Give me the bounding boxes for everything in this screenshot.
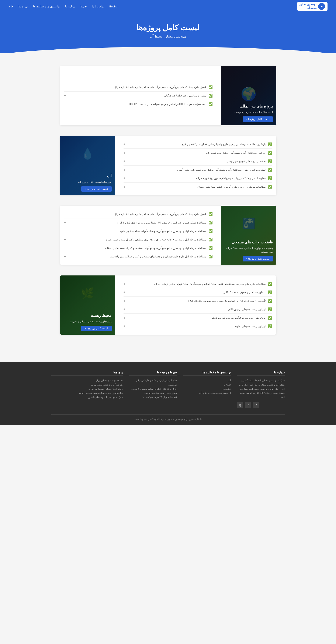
check-icon: ✅	[268, 316, 272, 320]
list-item: ✅ نقشه برداری معابر شهری شهر آبسرد +	[124, 157, 272, 166]
facebook-icon[interactable]: f	[253, 402, 259, 408]
list-item: ✅ مطالعات مرحله اول و دوم طرح جامع جمع آ…	[64, 244, 213, 252]
item-text: تأیید میزان مصرف HCFC بر اساس چارچوب برن…	[69, 103, 206, 106]
plus-icon[interactable]: +	[124, 290, 125, 294]
item-text: خطوط انتقال و شبکه توزیع آب مجتمع امام ح…	[128, 177, 266, 180]
nav-about[interactable]: درباره ما	[65, 5, 75, 8]
footer-news-link[interactable]: 40 نشانه ایران 20 در مد شیک شده / ...	[129, 395, 177, 400]
item-text: پروژه طرح مدیریت پارک آبی- ساحلی بندر دی…	[128, 316, 266, 319]
nav-contact[interactable]: تماس با ما	[92, 5, 104, 8]
footer-about: درباره ما شرکت مهندسین مشاور المحیط الما…	[237, 371, 285, 408]
plus-icon[interactable]: +	[124, 316, 125, 320]
item-text: مشاوره سیاسی و حقوق اصلاحیه کیگالی	[128, 291, 266, 294]
section-international: 🌍 پروژه های بین المللی آب، فاضلاب، آب سط…	[60, 66, 276, 125]
footer-cap-link[interactable]: فاضلاب	[183, 383, 231, 387]
plus-icon[interactable]: +	[124, 299, 125, 303]
footer-cap-link[interactable]: کشاورزی	[183, 387, 231, 391]
image-bg-environment: 🌿 محیط زیست پروژه‌های زیست محیطی، ارزیاب…	[60, 276, 115, 334]
footer-news-heading: خبرها و رویدادها	[129, 371, 177, 376]
nav-capabilities[interactable]: توانمندی ها و فعالیت ها	[33, 5, 60, 8]
plus-icon[interactable]: +	[64, 229, 66, 233]
plus-icon[interactable]: +	[124, 324, 125, 328]
btn-list-environment[interactable]: لیست کامل پروژه‌ها »	[81, 326, 112, 331]
section-image-wastewater: 🚰 فاضلاب و آب های سطحی پروژه‌های جمع‌آور…	[221, 206, 276, 265]
plus-icon[interactable]: +	[124, 160, 125, 163]
logo-text: مهندسین مشاور محیط آب	[299, 3, 316, 10]
plus-icon[interactable]: +	[124, 308, 125, 311]
item-text: کنترل طراحی شبکه های جمع آوری فاضلاب و آ…	[69, 213, 206, 216]
nav-home[interactable]: خانه	[9, 5, 13, 8]
btn-list-wastewater[interactable]: لیست کامل پروژه‌ها »	[243, 256, 273, 262]
plus-icon[interactable]: +	[64, 212, 66, 216]
nav-news[interactable]: خبرها	[81, 5, 87, 8]
section-wastewater: 🚰 فاضلاب و آب های سطحی پروژه‌های جمع‌آور…	[60, 206, 276, 265]
section-subtitle-international: آب، فاضلاب، آب سطحی و محیط زیست	[225, 110, 273, 114]
check-icon: ✅	[208, 238, 213, 242]
btn-list-international[interactable]: لیست کامل پروژه‌ها »	[243, 116, 273, 122]
check-icon: ✅	[268, 176, 272, 180]
image-overlay-water: آب پروژه‌های تصفیه، انتقال و توزیع آب لی…	[60, 136, 115, 195]
items-environment: ✅ مطالعات طرح جامع مدیریت پسماندهای عادی…	[119, 276, 276, 334]
footer-project-link[interactable]: شرکت مهندسی آب و فاضلاب کشور	[51, 395, 123, 400]
footer-capabilities-heading: توانمندی ها و فعالیت ها	[183, 371, 231, 376]
plus-icon[interactable]: +	[64, 238, 66, 242]
item-text: تأیید میزان مصرف HCFC بر اساس چارچوب برن…	[128, 300, 266, 302]
list-item: ✅ مطالعات مرحله اول و دوم طرح جامع جمع آ…	[64, 227, 213, 236]
footer-news-link[interactable]: قطع آبرسانی اینترنتی «کا» و «اَر» کریمین…	[129, 378, 177, 387]
main-nav: English تماس با ما خبرها درباره ما توانم…	[9, 5, 118, 8]
check-icon: ✅	[268, 185, 272, 189]
footer-cap-link[interactable]: آب	[183, 378, 231, 383]
svg-text:م: م	[320, 4, 323, 8]
section-title-environment: محیط زیست	[63, 313, 112, 318]
site-logo[interactable]: م مهندسین مشاور محیط آب	[297, 2, 327, 11]
btn-list-water[interactable]: لیست کامل پروژه‌ها »	[81, 186, 112, 192]
instagram-icon[interactable]: ig	[237, 402, 243, 408]
footer-news-link[interactable]: «ونال رالا» قائل فراوانی هوای مشهد با کا…	[129, 387, 177, 391]
plus-icon[interactable]: +	[64, 255, 66, 258]
hero-subtitle: مهندسین مشاور محیط آب	[4, 34, 332, 38]
section-subtitle-wastewater: پروژه‌های جمع‌آوری، انتقال و تصفیه فاضلا…	[225, 246, 273, 254]
plus-icon[interactable]: +	[64, 246, 66, 250]
plus-icon[interactable]: +	[124, 282, 125, 286]
footer-project-link[interactable]: جامعه مهندسین مشاور ایران	[51, 378, 123, 383]
footer-projects-heading: پروژه‌ها	[51, 371, 123, 376]
list-item: ✅ تأیید میزان مصرف HCFC بر اساس چارچوب ب…	[64, 100, 213, 108]
list-item: ✅ مطالعات طرح جامع مدیریت پسماندهای عادی…	[124, 280, 272, 288]
list-item: ✅ کنترل طراحی شبکه های جمع آوری فاضلاب و…	[64, 83, 213, 92]
list-item: ✅ مطالعات مرحله اول و دوم طرح آبرسانی فض…	[124, 182, 272, 191]
plus-icon[interactable]: +	[64, 221, 66, 224]
item-text: مطالعات مرحله اول و دوم طرح آبرسانی فضای…	[128, 185, 266, 188]
footer-project-link[interactable]: شرکت آب و فاضلاب استان تهران	[51, 383, 123, 387]
check-icon: ✅	[268, 290, 272, 294]
footer-projects: پروژه‌ها جامعه مهندسین مشاور ایران شرکت …	[51, 371, 123, 408]
item-text: مطالعات مرحله اول طرح جامع جمع آوری و دف…	[69, 255, 206, 258]
plus-icon[interactable]: +	[124, 185, 125, 189]
plus-icon[interactable]: +	[124, 142, 125, 146]
image-bg-water: 💧 آب پروژه‌های تصفیه، انتقال و توزیع آب …	[60, 136, 115, 195]
check-icon: ✅	[208, 94, 213, 98]
list-item: ✅ خطوط انتقال و شبکه توزیع آب مجتمع امام…	[124, 174, 272, 182]
plus-icon[interactable]: +	[124, 151, 125, 155]
section-subtitle-water: پروژه‌های تصفیه، انتقال و توزیع آب	[63, 180, 112, 184]
image-overlay-international: پروژه های بین المللی آب، فاضلاب، آب سطحی…	[221, 66, 276, 125]
footer-social: ig t f	[237, 402, 285, 408]
item-text: مطالعات مرحله اول و دوم طرح جامع جمع آور…	[69, 230, 206, 232]
check-icon: ✅	[268, 299, 272, 303]
telegram-icon[interactable]: t	[245, 402, 251, 408]
item-text: نقشه برداری معابر شهری شهر آبسرد	[128, 160, 266, 163]
plus-icon[interactable]: +	[64, 94, 66, 98]
nav-english[interactable]: English	[109, 5, 118, 8]
plus-icon[interactable]: +	[124, 176, 125, 180]
footer-project-link[interactable]: پایگاه اطلاع رسانی شهرداری دماوند	[51, 387, 123, 391]
image-bg-international: 🌍 پروژه های بین المللی آب، فاضلاب، آب سط…	[221, 66, 276, 125]
items-wastewater: ✅ کنترل طراحی شبکه های جمع آوری فاضلاب و…	[60, 206, 217, 265]
footer-news-link[interactable]: مأموریت بازرسان جهان به ایران...	[129, 391, 177, 395]
plus-icon[interactable]: +	[64, 85, 66, 89]
footer-cap-link[interactable]: ارزیابی زیست محیطی و منابع آب	[183, 391, 231, 395]
plus-icon[interactable]: +	[124, 168, 125, 172]
nav-projects[interactable]: پروژه ها	[19, 5, 28, 8]
footer-project-link[interactable]: سایت امور عمومی منابع زیست محیطی ایران	[51, 391, 123, 395]
check-icon: ✅	[208, 254, 213, 258]
list-item: ✅ پروژه طرح مدیریت پارک آبی- ساحلی بندر …	[124, 314, 272, 322]
plus-icon[interactable]: +	[64, 102, 66, 106]
